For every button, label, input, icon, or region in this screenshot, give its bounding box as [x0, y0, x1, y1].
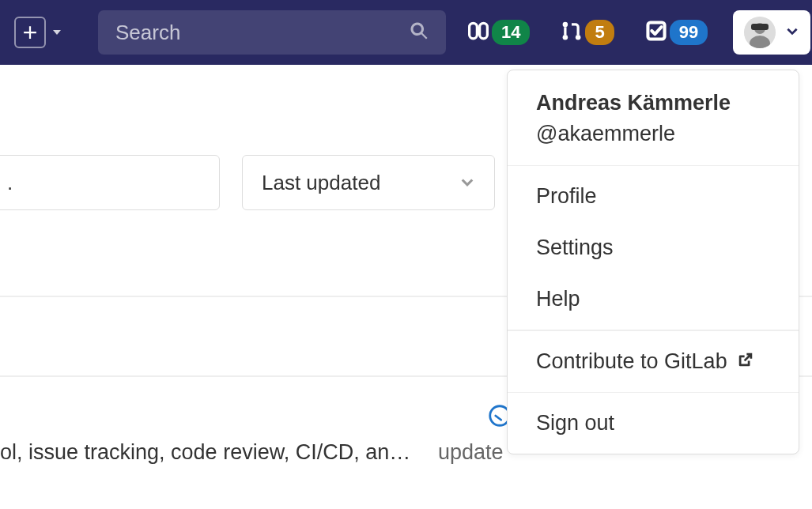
issues-icon [468, 21, 489, 44]
user-menu-button[interactable] [733, 10, 810, 55]
todos-badge: 99 [670, 20, 708, 45]
menu-help[interactable]: Help [508, 273, 799, 325]
new-item-caret[interactable] [51, 26, 63, 39]
menu-contribute-label: Contribute to GitLab [536, 349, 727, 374]
project-description: ol, issue tracking, code review, CI/CD, … [0, 440, 410, 465]
svg-rect-9 [751, 24, 769, 30]
chevron-down-icon [51, 26, 63, 39]
menu-contribute[interactable]: Contribute to GitLab [508, 336, 799, 387]
new-item-button[interactable] [14, 17, 46, 48]
issues-badge: 14 [492, 20, 530, 45]
filter-input[interactable] [0, 155, 220, 210]
svg-point-3 [563, 35, 568, 40]
user-dropdown-menu: Andreas Kämmerle @akaemmerle Profile Set… [507, 70, 799, 454]
svg-point-2 [563, 22, 568, 28]
svg-rect-0 [470, 23, 478, 39]
user-handle: @akaemmerle [536, 122, 770, 146]
svg-rect-1 [480, 23, 488, 39]
search-box[interactable] [98, 10, 446, 55]
mr-badge: 5 [585, 20, 614, 45]
sort-label: Last updated [262, 171, 380, 195]
issues-link[interactable]: 14 [468, 20, 530, 45]
menu-signout[interactable]: Sign out [508, 398, 799, 449]
menu-settings[interactable]: Settings [508, 222, 799, 273]
menu-profile[interactable]: Profile [508, 171, 799, 222]
todos-link[interactable]: 99 [646, 20, 708, 45]
top-navbar: 14 5 99 [0, 0, 812, 65]
merge-request-icon [561, 21, 582, 44]
search-input[interactable] [115, 21, 410, 45]
dropdown-header: Andreas Kämmerle @akaemmerle [508, 70, 799, 166]
merge-requests-link[interactable]: 5 [561, 20, 614, 45]
new-item-group [14, 17, 63, 48]
chevron-down-icon [785, 24, 799, 41]
svg-point-4 [576, 35, 581, 40]
filter-row: Last updated [0, 155, 495, 210]
search-icon [410, 21, 429, 43]
plus-icon [23, 25, 37, 40]
user-name: Andreas Kämmerle [536, 91, 770, 115]
chevron-down-icon [459, 171, 475, 195]
todos-icon [646, 21, 667, 44]
avatar [744, 17, 776, 48]
sort-dropdown[interactable]: Last updated [242, 155, 495, 210]
external-link-icon [737, 349, 754, 374]
updated-time: update [438, 440, 504, 465]
